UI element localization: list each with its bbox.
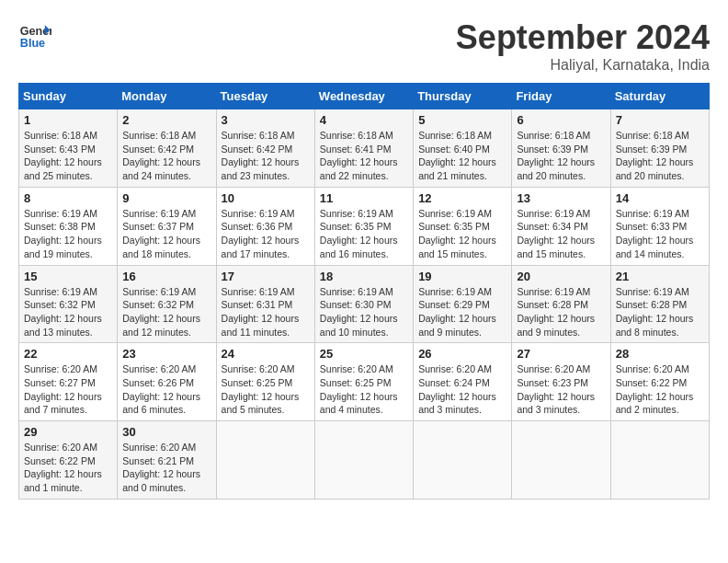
- calendar-day-cell: [414, 421, 512, 500]
- calendar-day-cell: 17Sunrise: 6:19 AM Sunset: 6:31 PM Dayli…: [216, 265, 314, 343]
- calendar-day-cell: 13Sunrise: 6:19 AM Sunset: 6:34 PM Dayli…: [512, 187, 610, 265]
- day-info: Sunrise: 6:20 AM Sunset: 6:24 PM Dayligh…: [418, 362, 506, 417]
- calendar-week-row: 29Sunrise: 6:20 AM Sunset: 6:22 PM Dayli…: [19, 421, 710, 500]
- weekday-header-cell: Tuesday: [216, 84, 314, 109]
- day-number: 2: [122, 113, 210, 127]
- day-info: Sunrise: 6:20 AM Sunset: 6:22 PM Dayligh…: [616, 362, 704, 417]
- day-number: 17: [222, 270, 310, 283]
- calendar-day-cell: [512, 421, 610, 500]
- calendar-day-cell: 4Sunrise: 6:18 AM Sunset: 6:41 PM Daylig…: [314, 109, 413, 188]
- calendar-day-cell: 5Sunrise: 6:18 AM Sunset: 6:40 PM Daylig…: [414, 109, 512, 188]
- calendar-day-cell: 30Sunrise: 6:20 AM Sunset: 6:21 PM Dayli…: [118, 421, 216, 500]
- calendar-day-cell: 10Sunrise: 6:19 AM Sunset: 6:36 PM Dayli…: [216, 187, 314, 265]
- day-info: Sunrise: 6:18 AM Sunset: 6:39 PM Dayligh…: [616, 129, 704, 183]
- day-info: Sunrise: 6:20 AM Sunset: 6:25 PM Dayligh…: [320, 362, 408, 417]
- weekday-header-cell: Monday: [118, 84, 216, 109]
- weekday-header-cell: Thursday: [414, 84, 512, 109]
- day-info: Sunrise: 6:19 AM Sunset: 6:33 PM Dayligh…: [616, 207, 704, 261]
- calendar-day-cell: 29Sunrise: 6:20 AM Sunset: 6:22 PM Dayli…: [19, 421, 118, 500]
- calendar-week-row: 22Sunrise: 6:20 AM Sunset: 6:27 PM Dayli…: [19, 343, 710, 421]
- weekday-header-cell: Wednesday: [314, 84, 413, 109]
- day-number: 27: [517, 347, 605, 361]
- day-info: Sunrise: 6:18 AM Sunset: 6:40 PM Dayligh…: [418, 129, 506, 183]
- day-number: 10: [222, 191, 310, 205]
- day-number: 11: [320, 191, 408, 205]
- day-info: Sunrise: 6:18 AM Sunset: 6:43 PM Dayligh…: [24, 129, 112, 183]
- day-number: 25: [320, 347, 408, 361]
- day-info: Sunrise: 6:19 AM Sunset: 6:28 PM Dayligh…: [616, 285, 704, 339]
- day-number: 23: [122, 347, 210, 361]
- title-block: September 2024 Haliyal, Karnataka, India: [456, 18, 710, 74]
- day-number: 13: [517, 191, 605, 205]
- weekday-header-cell: Friday: [512, 84, 610, 109]
- day-number: 6: [517, 113, 605, 127]
- calendar-day-cell: 8Sunrise: 6:19 AM Sunset: 6:38 PM Daylig…: [19, 187, 118, 265]
- day-info: Sunrise: 6:18 AM Sunset: 6:42 PM Dayligh…: [222, 129, 310, 183]
- day-number: 12: [418, 191, 506, 205]
- calendar-day-cell: 19Sunrise: 6:19 AM Sunset: 6:29 PM Dayli…: [414, 265, 512, 343]
- day-info: Sunrise: 6:18 AM Sunset: 6:39 PM Dayligh…: [517, 129, 605, 183]
- day-info: Sunrise: 6:20 AM Sunset: 6:22 PM Dayligh…: [24, 441, 112, 495]
- calendar-day-cell: 26Sunrise: 6:20 AM Sunset: 6:24 PM Dayli…: [414, 343, 512, 421]
- day-number: 7: [616, 113, 704, 127]
- calendar-day-cell: 20Sunrise: 6:19 AM Sunset: 6:28 PM Dayli…: [512, 265, 610, 343]
- calendar-day-cell: 27Sunrise: 6:20 AM Sunset: 6:23 PM Dayli…: [512, 343, 610, 421]
- calendar-day-cell: 9Sunrise: 6:19 AM Sunset: 6:37 PM Daylig…: [118, 187, 216, 265]
- calendar-day-cell: 21Sunrise: 6:19 AM Sunset: 6:28 PM Dayli…: [610, 265, 709, 343]
- day-number: 4: [320, 113, 408, 127]
- day-number: 30: [122, 425, 210, 439]
- day-info: Sunrise: 6:20 AM Sunset: 6:27 PM Dayligh…: [24, 362, 112, 417]
- calendar-day-cell: [610, 421, 709, 500]
- weekday-header-cell: Saturday: [610, 84, 709, 109]
- day-number: 18: [320, 270, 408, 283]
- day-info: Sunrise: 6:19 AM Sunset: 6:35 PM Dayligh…: [320, 207, 408, 261]
- logo: General Blue: [18, 18, 51, 52]
- calendar-day-cell: 2Sunrise: 6:18 AM Sunset: 6:42 PM Daylig…: [118, 109, 216, 188]
- calendar-day-cell: 16Sunrise: 6:19 AM Sunset: 6:32 PM Dayli…: [118, 265, 216, 343]
- calendar-day-cell: 23Sunrise: 6:20 AM Sunset: 6:26 PM Dayli…: [118, 343, 216, 421]
- calendar-week-row: 15Sunrise: 6:19 AM Sunset: 6:32 PM Dayli…: [19, 265, 710, 343]
- day-number: 26: [418, 347, 506, 361]
- calendar-day-cell: 25Sunrise: 6:20 AM Sunset: 6:25 PM Dayli…: [314, 343, 413, 421]
- day-number: 5: [418, 113, 506, 127]
- day-number: 3: [222, 113, 310, 127]
- day-number: 24: [222, 347, 310, 361]
- calendar-week-row: 8Sunrise: 6:19 AM Sunset: 6:38 PM Daylig…: [19, 187, 710, 265]
- day-number: 21: [616, 270, 704, 283]
- day-info: Sunrise: 6:19 AM Sunset: 6:32 PM Dayligh…: [24, 285, 112, 339]
- calendar-day-cell: 3Sunrise: 6:18 AM Sunset: 6:42 PM Daylig…: [216, 109, 314, 188]
- day-info: Sunrise: 6:20 AM Sunset: 6:23 PM Dayligh…: [517, 362, 605, 417]
- calendar-day-cell: 14Sunrise: 6:19 AM Sunset: 6:33 PM Dayli…: [610, 187, 709, 265]
- day-info: Sunrise: 6:20 AM Sunset: 6:21 PM Dayligh…: [122, 441, 210, 495]
- weekday-header-row: SundayMondayTuesdayWednesdayThursdayFrid…: [19, 84, 710, 109]
- day-number: 9: [122, 191, 210, 205]
- day-number: 1: [24, 113, 112, 127]
- svg-text:Blue: Blue: [20, 37, 45, 50]
- calendar-day-cell: 7Sunrise: 6:18 AM Sunset: 6:39 PM Daylig…: [610, 109, 709, 188]
- location-subtitle: Haliyal, Karnataka, India: [456, 57, 710, 74]
- day-number: 16: [122, 270, 210, 283]
- day-info: Sunrise: 6:19 AM Sunset: 6:29 PM Dayligh…: [418, 285, 506, 339]
- day-number: 14: [616, 191, 704, 205]
- day-info: Sunrise: 6:19 AM Sunset: 6:32 PM Dayligh…: [122, 285, 210, 339]
- calendar-day-cell: [314, 421, 413, 500]
- day-info: Sunrise: 6:19 AM Sunset: 6:36 PM Dayligh…: [222, 207, 310, 261]
- day-number: 29: [24, 425, 112, 439]
- calendar-day-cell: 28Sunrise: 6:20 AM Sunset: 6:22 PM Dayli…: [610, 343, 709, 421]
- calendar-day-cell: 11Sunrise: 6:19 AM Sunset: 6:35 PM Dayli…: [314, 187, 413, 265]
- month-title: September 2024: [456, 18, 710, 57]
- page-header: General Blue September 2024 Haliyal, Kar…: [18, 18, 710, 74]
- day-info: Sunrise: 6:19 AM Sunset: 6:37 PM Dayligh…: [122, 207, 210, 261]
- calendar-week-row: 1Sunrise: 6:18 AM Sunset: 6:43 PM Daylig…: [19, 109, 710, 188]
- day-info: Sunrise: 6:20 AM Sunset: 6:25 PM Dayligh…: [222, 362, 310, 417]
- calendar-day-cell: 1Sunrise: 6:18 AM Sunset: 6:43 PM Daylig…: [19, 109, 118, 188]
- day-number: 8: [24, 191, 112, 205]
- day-number: 22: [24, 347, 112, 361]
- day-info: Sunrise: 6:19 AM Sunset: 6:35 PM Dayligh…: [418, 207, 506, 261]
- calendar-day-cell: [216, 421, 314, 500]
- calendar-day-cell: 6Sunrise: 6:18 AM Sunset: 6:39 PM Daylig…: [512, 109, 610, 188]
- day-number: 28: [616, 347, 704, 361]
- day-number: 20: [517, 270, 605, 283]
- calendar-day-cell: 22Sunrise: 6:20 AM Sunset: 6:27 PM Dayli…: [19, 343, 118, 421]
- day-info: Sunrise: 6:20 AM Sunset: 6:26 PM Dayligh…: [122, 362, 210, 417]
